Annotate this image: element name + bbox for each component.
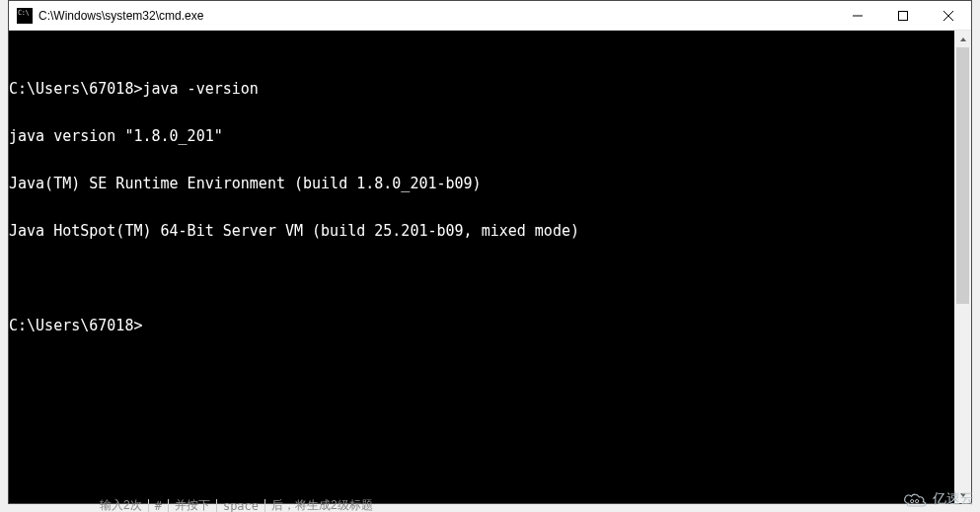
cmd-icon <box>17 8 33 24</box>
prompt: C:\Users\67018> <box>9 80 142 98</box>
svg-marker-4 <box>960 37 966 41</box>
window-controls <box>835 1 971 30</box>
prompt: C:\Users\67018> <box>9 317 142 334</box>
blank-line <box>9 270 954 286</box>
window-title: C:\Windows\system32\cmd.exe <box>38 9 835 23</box>
scrollbar-thumb[interactable] <box>956 47 969 304</box>
hint-segment: 输入2次 <box>94 499 149 512</box>
watermark: 亿速云 <box>901 490 974 508</box>
hint-segment: 并按下 <box>169 499 217 512</box>
minimize-button[interactable] <box>835 1 880 30</box>
svg-point-7 <box>915 499 918 502</box>
client-area: C:\Users\67018>java -version java versio… <box>9 31 971 503</box>
maximize-button[interactable] <box>880 1 926 30</box>
hint-segment: space <box>217 499 265 512</box>
titlebar[interactable]: C:\Windows\system32\cmd.exe <box>9 1 971 31</box>
command: java -version <box>142 80 258 98</box>
svg-point-6 <box>911 499 914 502</box>
scroll-up-button[interactable] <box>954 31 971 47</box>
watermark-text: 亿速云 <box>933 490 974 508</box>
close-button[interactable] <box>926 1 971 30</box>
terminal-output[interactable]: C:\Users\67018>java -version java versio… <box>9 48 954 503</box>
cmd-window: C:\Windows\system32\cmd.exe C:\Users\670… <box>8 0 972 504</box>
vertical-scrollbar[interactable] <box>954 31 971 503</box>
hint-segment: # <box>149 499 169 512</box>
output-line: Java HotSpot(TM) 64-Bit Server VM (build… <box>9 223 954 239</box>
hint-segment: 后，将生成2级标题 <box>265 499 379 512</box>
cloud-icon <box>901 490 929 508</box>
svg-rect-1 <box>899 11 908 20</box>
scrollbar-track[interactable] <box>954 47 971 486</box>
output-line: Java(TM) SE Runtime Environment (build 1… <box>9 176 954 191</box>
editor-hint-bar: 输入2次 # 并按下 space 后，将生成2级标题 <box>94 499 379 512</box>
output-line: java version "1.8.0_201" <box>9 128 954 144</box>
